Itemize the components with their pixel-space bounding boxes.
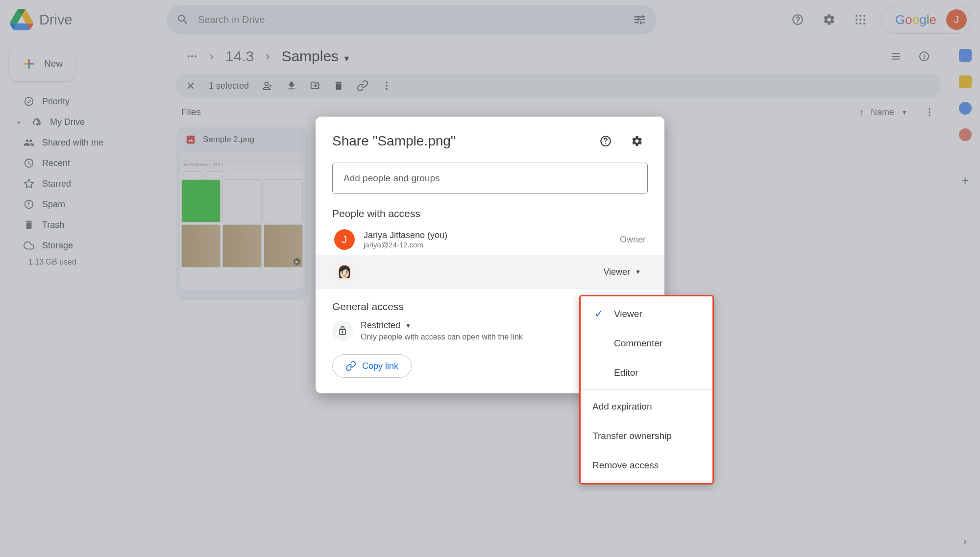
owner-row: J Jariya Jittaseno (you) jariya@24-12.co… <box>332 224 648 255</box>
restricted-subtext: Only people with access can open with th… <box>361 333 523 341</box>
copy-link-button[interactable]: Copy link <box>332 354 412 378</box>
role-dropdown[interactable]: Viewer ▼ <box>598 264 646 280</box>
link-icon <box>345 361 356 371</box>
dialog-title-row: Share "Sample.png" <box>332 130 648 152</box>
lock-icon <box>332 320 353 341</box>
owner-role: Owner <box>620 235 646 245</box>
dialog-title: Share "Sample.png" <box>332 133 456 149</box>
role-commenter[interactable]: Commenter <box>581 329 712 358</box>
role-editor[interactable]: Editor <box>581 358 712 387</box>
add-people-input[interactable]: Add people and groups <box>332 163 648 194</box>
restricted-dropdown[interactable]: Restricted ▼ <box>361 320 523 331</box>
role-menu: ✓ Viewer Commenter Editor Add expiration… <box>579 295 714 484</box>
dialog-settings-icon[interactable] <box>626 130 648 152</box>
user2-row: 👩🏻 Viewer ▼ <box>316 255 664 289</box>
role-viewer[interactable]: ✓ Viewer <box>581 299 712 329</box>
check-icon: ✓ <box>592 308 605 320</box>
role-add-expiration[interactable]: Add expiration <box>581 392 712 421</box>
chevron-down-icon: ▼ <box>405 322 411 329</box>
chevron-down-icon: ▼ <box>635 268 641 275</box>
role-transfer-ownership[interactable]: Transfer ownership <box>581 421 712 451</box>
divider <box>581 389 712 390</box>
dialog-help-icon[interactable] <box>595 130 616 152</box>
owner-name: Jariya Jittaseno (you) <box>364 230 447 241</box>
people-heading: People with access <box>332 208 648 219</box>
user2-avatar: 👩🏻 <box>334 262 355 282</box>
owner-email: jariya@24-12.com <box>364 241 447 249</box>
role-remove-access[interactable]: Remove access <box>581 451 712 480</box>
owner-avatar: J <box>334 229 355 250</box>
